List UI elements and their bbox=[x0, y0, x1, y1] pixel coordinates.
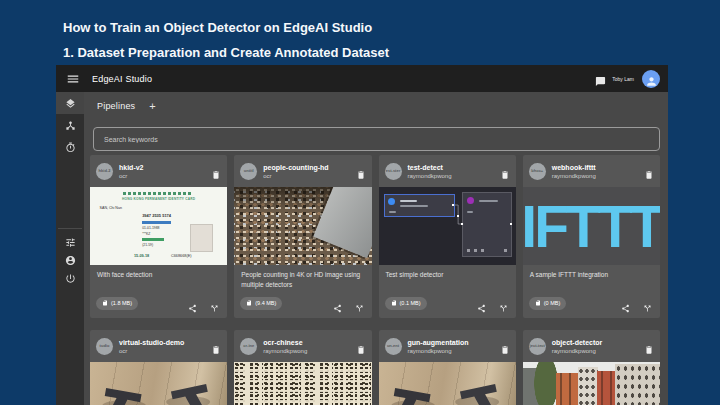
user-name: Toby Lam bbox=[612, 76, 634, 82]
pipeline-card-gun-augmentation[interactable]: un-ent gun-augmentation raymondkpwong bbox=[379, 330, 516, 405]
hkid-number: 3947 2535 5174 bbox=[142, 213, 171, 218]
delete-icon[interactable] bbox=[356, 341, 366, 351]
card-avatar: cr-ine bbox=[240, 338, 257, 355]
card-title: people-counting-hd bbox=[263, 164, 328, 171]
fork-icon[interactable] bbox=[355, 299, 364, 308]
street-building bbox=[615, 364, 660, 405]
card-thumbnail[interactable] bbox=[234, 187, 371, 265]
share-icon[interactable] bbox=[188, 299, 197, 308]
card-description: A sample IFTTT integration bbox=[523, 265, 660, 292]
pipeline-card-people-counting-hd[interactable]: untitl people-counting-hd ocr People cou… bbox=[234, 155, 371, 318]
card-title: ocr-chinese bbox=[263, 339, 307, 346]
sidebar-gap bbox=[56, 158, 84, 228]
content-area: Pipelines + hkid-2 hkid-v2 ocr HONG KONG… bbox=[84, 92, 668, 405]
delete-icon[interactable] bbox=[644, 341, 654, 351]
size-badge: (0.1 MB) bbox=[385, 297, 427, 310]
pipeline-wire bbox=[379, 187, 516, 265]
app-title: EdgeAI Studio bbox=[92, 74, 152, 84]
search-input[interactable] bbox=[94, 136, 659, 143]
card-thumbnail[interactable] bbox=[379, 187, 516, 265]
add-pipeline-button[interactable]: + bbox=[149, 101, 155, 111]
street-building bbox=[597, 371, 616, 405]
sidebar-item-timer timer-icon[interactable] bbox=[56, 136, 84, 158]
share-icon[interactable] bbox=[477, 299, 486, 308]
guns-photo bbox=[379, 362, 516, 405]
card-title: test-detect bbox=[408, 164, 452, 171]
card-owner: raymondkpwong bbox=[263, 348, 307, 354]
pipeline-card-test-detect[interactable]: est-ster test-detect raymondkpwong Test … bbox=[379, 155, 516, 318]
hkid-green-label bbox=[142, 238, 164, 242]
pipeline-card-hkid-v2[interactable]: hkid-2 hkid-v2 ocr HONG KONG PERMANENT I… bbox=[90, 155, 227, 318]
delete-icon[interactable] bbox=[211, 166, 221, 176]
card-thumbnail[interactable]: IFTTT bbox=[523, 187, 660, 265]
card-title: object-detector bbox=[552, 339, 603, 346]
size-badge: (1.8 MB) bbox=[96, 297, 138, 310]
slide-title: How to Train an Object Detector on EdgeA… bbox=[63, 20, 372, 35]
menu-icon[interactable] bbox=[66, 72, 80, 86]
card-owner: ocr bbox=[119, 348, 184, 354]
sidebar-item-power power-icon[interactable] bbox=[56, 269, 84, 287]
pipeline-card-virtual-studio-demo[interactable]: tudio virtual-studio-demo ocr bbox=[90, 330, 227, 405]
delete-icon[interactable] bbox=[500, 166, 510, 176]
page-bar: Pipelines + bbox=[84, 92, 668, 120]
card-title: hkid-v2 bbox=[119, 164, 144, 171]
card-avatar: hkid-2 bbox=[96, 163, 113, 180]
hkid-symbols: (21-59) bbox=[142, 243, 153, 247]
crowd-ramp bbox=[313, 187, 371, 258]
card-header: tudio virtual-studio-demo ocr bbox=[90, 330, 227, 362]
user-avatar[interactable] bbox=[642, 70, 660, 88]
hkid-portrait bbox=[97, 214, 129, 261]
search-box[interactable] bbox=[93, 127, 660, 151]
fork-icon[interactable] bbox=[499, 299, 508, 308]
hkid-serial: C668668(E) bbox=[171, 254, 191, 258]
hkid-english-header: HONG KONG PERMANENT IDENTITY CARD bbox=[90, 197, 227, 201]
card-title: virtual-studio-demo bbox=[119, 339, 184, 346]
hkid-name: SAN, Chi Nan bbox=[100, 206, 122, 210]
chat-icon[interactable] bbox=[595, 73, 606, 84]
card-owner: raymondkpwong bbox=[408, 348, 469, 354]
delete-icon[interactable] bbox=[500, 341, 510, 351]
sidebar-divider bbox=[58, 228, 82, 229]
card-avatar: tudio bbox=[96, 338, 113, 355]
slide-subtitle: 1. Dataset Preparation and Create Annota… bbox=[63, 45, 389, 60]
hkid-blue-label bbox=[142, 221, 171, 225]
edgeai-studio-window: EdgeAI Studio Toby Lam Pipelines + hkid-… bbox=[56, 65, 668, 405]
card-header: cr-ine ocr-chinese raymondkpwong bbox=[234, 330, 371, 362]
card-header: un-ent gun-augmentation raymondkpwong bbox=[379, 330, 516, 362]
card-avatar: untitl bbox=[240, 163, 257, 180]
card-thumbnail[interactable] bbox=[523, 362, 660, 405]
card-avatar: est-ster bbox=[385, 163, 402, 180]
card-thumbnail[interactable] bbox=[90, 362, 227, 405]
card-avatar: un-ent bbox=[385, 338, 402, 355]
sidebar-item-tune tune-icon[interactable] bbox=[56, 233, 84, 251]
hkid-issue-date: 15-09-18 bbox=[134, 254, 149, 258]
share-icon[interactable] bbox=[333, 299, 342, 308]
card-title: webhook-ifttt bbox=[552, 164, 596, 171]
fork-icon[interactable] bbox=[210, 299, 219, 308]
pipeline-card-object-detector[interactable]: ject-tect object-detector raymondkpwong bbox=[523, 330, 660, 405]
card-footer: (1.8 MB) bbox=[90, 292, 227, 318]
sidebar-item-account account-icon[interactable] bbox=[56, 251, 84, 269]
ifttt-logo: IFTTT bbox=[523, 187, 660, 265]
sidebar-item-layers layers-icon[interactable] bbox=[56, 92, 84, 114]
size-badge: (9.4 MB) bbox=[240, 297, 282, 310]
fork-icon[interactable] bbox=[643, 299, 652, 308]
share-icon[interactable] bbox=[621, 299, 630, 308]
pipeline-card-webhook-ifttt[interactable]: bhoc+ webhook-ifttt raymondkpwong IFTTT … bbox=[523, 155, 660, 318]
card-thumbnail[interactable] bbox=[379, 362, 516, 405]
pipeline-card-ocr-chinese[interactable]: cr-ine ocr-chinese raymondkpwong bbox=[234, 330, 371, 405]
pipelines-grid: hkid-2 hkid-v2 ocr HONG KONG PERMANENT I… bbox=[90, 155, 660, 405]
card-owner: raymondkpwong bbox=[552, 348, 603, 354]
card-avatar: bhoc+ bbox=[529, 163, 546, 180]
delete-icon[interactable] bbox=[356, 166, 366, 176]
card-description: With face detection bbox=[90, 265, 227, 292]
card-header: ject-tect object-detector raymondkpwong bbox=[523, 330, 660, 362]
card-header: untitl people-counting-hd ocr bbox=[234, 155, 371, 187]
delete-icon[interactable] bbox=[644, 166, 654, 176]
card-thumbnail[interactable]: HONG KONG PERMANENT IDENTITY CARDSAN, Ch… bbox=[90, 187, 227, 265]
card-thumbnail[interactable] bbox=[234, 362, 371, 405]
storage-icon bbox=[391, 300, 397, 306]
delete-icon[interactable] bbox=[211, 341, 221, 351]
sidebar-item-device-hub device-hub-icon[interactable] bbox=[56, 114, 84, 136]
hkid-code: ***KZ bbox=[142, 232, 150, 236]
